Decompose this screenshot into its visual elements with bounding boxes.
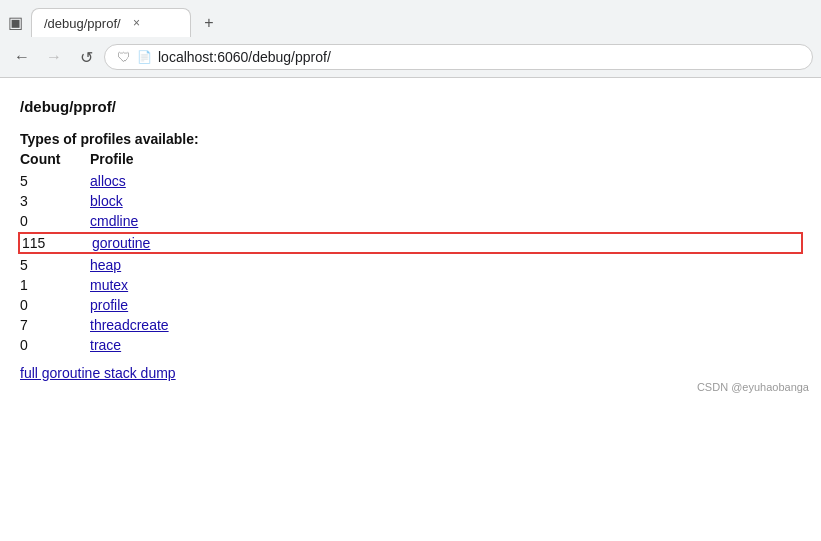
profile-count: 0 (20, 297, 90, 313)
count-header: Count (20, 151, 90, 167)
profile-count: 0 (20, 213, 90, 229)
address-text: localhost:6060/debug/pprof/ (158, 49, 331, 65)
page-heading: /debug/pprof/ (20, 98, 801, 115)
profile-link[interactable]: cmdline (90, 213, 138, 229)
profile-row: 7threadcreate (20, 315, 801, 335)
profile-count: 1 (20, 277, 90, 293)
tab-bar: ▣ /debug/pprof/ × + (0, 0, 821, 37)
profile-link-cell: goroutine (92, 235, 150, 251)
profile-header: Profile (90, 151, 801, 167)
profile-row: 115goroutine (18, 232, 803, 254)
profile-link[interactable]: trace (90, 337, 121, 353)
page-content: /debug/pprof/ Types of profiles availabl… (0, 78, 821, 401)
profile-row: 0cmdline (20, 211, 801, 231)
profile-row: 5allocs (20, 171, 801, 191)
watermark: CSDN @eyuhaobanga (697, 381, 809, 393)
profile-row: 0trace (20, 335, 801, 355)
profile-link[interactable]: goroutine (92, 235, 150, 251)
profile-row: 1mutex (20, 275, 801, 295)
profiles-heading: Types of profiles available: (20, 131, 801, 147)
profile-row: 0profile (20, 295, 801, 315)
profile-count: 115 (22, 235, 92, 251)
table-header: Count Profile (20, 151, 801, 167)
profile-link-cell: threadcreate (90, 317, 169, 333)
new-tab-button[interactable]: + (195, 9, 223, 37)
full-dump-anchor[interactable]: full goroutine stack dump (20, 365, 176, 381)
profile-link-cell: profile (90, 297, 128, 313)
profile-count: 5 (20, 257, 90, 273)
profile-row: 5heap (20, 255, 801, 275)
profile-link[interactable]: allocs (90, 173, 126, 189)
shield-icon: 🛡 (117, 49, 131, 65)
profile-row: 3block (20, 191, 801, 211)
profile-link-cell: mutex (90, 277, 128, 293)
profile-count: 3 (20, 193, 90, 209)
page-icon: 📄 (137, 50, 152, 64)
profile-count: 7 (20, 317, 90, 333)
back-button[interactable]: ← (8, 43, 36, 71)
full-dump-link: full goroutine stack dump (20, 365, 801, 381)
tab-title: /debug/pprof/ (44, 16, 121, 31)
profile-link-cell: allocs (90, 173, 126, 189)
profile-link-cell: heap (90, 257, 121, 273)
profile-link[interactable]: threadcreate (90, 317, 169, 333)
address-bar[interactable]: 🛡 📄 localhost:6060/debug/pprof/ (104, 44, 813, 70)
profile-link-cell: cmdline (90, 213, 138, 229)
address-host: localhost:6060/debug/pprof/ (158, 49, 331, 65)
profile-link-cell: block (90, 193, 123, 209)
forward-button[interactable]: → (40, 43, 68, 71)
browser-tab[interactable]: /debug/pprof/ × (31, 8, 191, 37)
profile-link[interactable]: heap (90, 257, 121, 273)
profile-link[interactable]: mutex (90, 277, 128, 293)
reload-button[interactable]: ↺ (72, 43, 100, 71)
profile-count: 0 (20, 337, 90, 353)
profile-link[interactable]: profile (90, 297, 128, 313)
tab-close-button[interactable]: × (129, 15, 145, 31)
profile-link-cell: trace (90, 337, 121, 353)
profile-link[interactable]: block (90, 193, 123, 209)
nav-bar: ← → ↺ 🛡 📄 localhost:6060/debug/pprof/ (0, 37, 821, 77)
browser-chrome: ▣ /debug/pprof/ × + ← → ↺ 🛡 📄 localhost:… (0, 0, 821, 78)
profile-count: 5 (20, 173, 90, 189)
browser-menu-icon: ▣ (8, 13, 23, 32)
profiles-list: 5allocs3block0cmdline115goroutine5heap1m… (20, 171, 801, 355)
